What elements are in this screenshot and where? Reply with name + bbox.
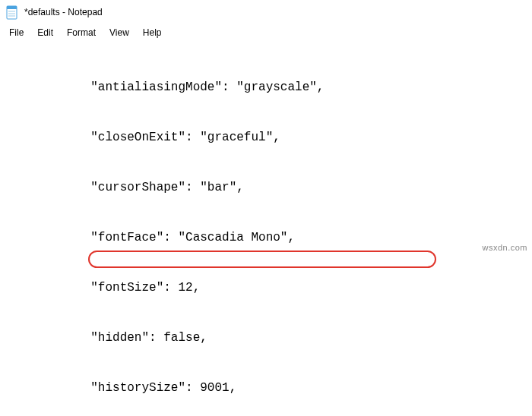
code-line: "fontSize": 12, xyxy=(0,279,532,296)
code-line: "historySize": 9001, xyxy=(0,380,532,396)
menubar: File Edit Format View Help xyxy=(0,24,532,41)
menu-file[interactable]: File xyxy=(3,26,30,39)
menu-view[interactable]: View xyxy=(103,26,135,39)
menu-format[interactable]: Format xyxy=(61,26,102,39)
code-line: "cursorShape": "bar", xyxy=(0,179,532,196)
menu-edit[interactable]: Edit xyxy=(31,26,59,39)
code-line: "fontFace": "Cascadia Mono", xyxy=(0,229,532,246)
code-line: "closeOnExit": "graceful", xyxy=(0,129,532,146)
svg-rect-1 xyxy=(7,6,17,9)
highlight-annotation xyxy=(88,251,436,268)
menu-help[interactable]: Help xyxy=(137,26,168,39)
watermark: wsxdn.com xyxy=(482,243,527,252)
titlebar: *defaults - Notepad xyxy=(0,0,532,24)
code-line: "antialiasingMode": "grayscale", xyxy=(0,79,532,96)
editor-area[interactable]: "antialiasingMode": "grayscale", "closeO… xyxy=(0,41,532,416)
window-title: *defaults - Notepad xyxy=(24,7,103,17)
code-line: "hidden": false, xyxy=(0,329,532,346)
notepad-icon xyxy=(6,5,18,20)
